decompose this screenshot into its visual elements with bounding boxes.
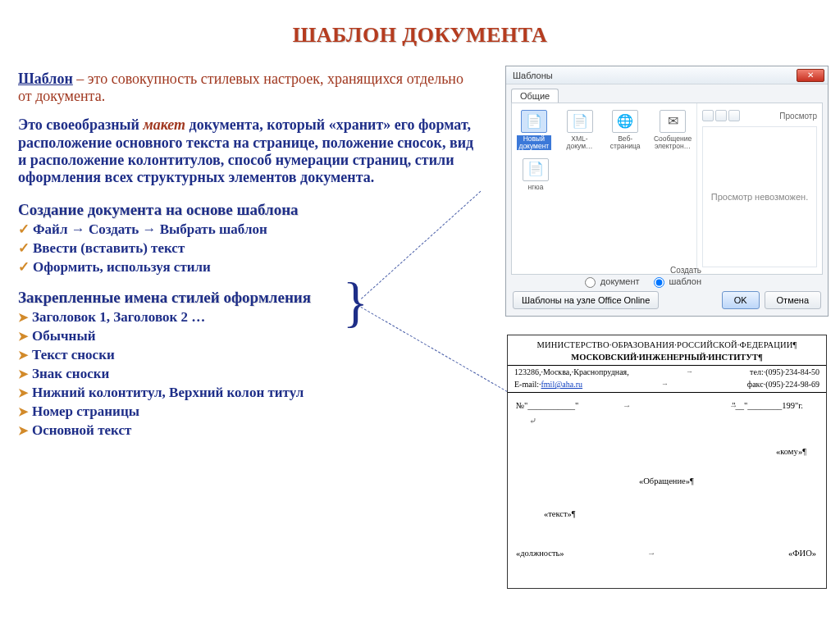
view-buttons[interactable] <box>702 110 740 121</box>
page-title: ШАБЛОН ДОКУМЕНТА <box>0 23 840 48</box>
dialog-titlebar[interactable]: Шаблоны ✕ <box>506 66 828 84</box>
sample-header2: МОСКОВСКИЙ·ИНЖЕНЕРНЫЙ·ИНСТИТУТ¶ <box>508 351 826 366</box>
curly-brace-icon: } <box>343 271 368 335</box>
ok-button[interactable]: OK <box>722 291 760 309</box>
template-item-new-doc[interactable]: 📄 Новый документ <box>517 110 551 150</box>
dialog-title: Шаблоны <box>513 71 797 80</box>
tab-general[interactable]: Общие <box>511 89 559 103</box>
term: Шаблон <box>18 71 73 87</box>
template-item-web[interactable]: 🌐 Веб-страница <box>608 110 642 150</box>
subhead-creating: Создание документа на основе шаблона <box>18 201 477 219</box>
create-label: Создать <box>670 266 701 275</box>
definition-paragraph: Шаблон – это совокупность стилевых настр… <box>18 71 477 105</box>
templates-dialog: Шаблоны ✕ Общие 📄 Новый документ 📄 XML-д… <box>505 66 829 317</box>
radio-document[interactable]: документ <box>581 275 640 288</box>
steps-list: ✓Файл → Создать → Выбрать шаблон ✓Ввести… <box>18 221 477 277</box>
template-item-ngua[interactable]: 📄 нгюа <box>517 158 555 191</box>
preview-area: Просмотр невозможен. <box>702 126 817 267</box>
subhead-styles: Закрепленные имена стилей оформления <box>18 289 477 307</box>
radio-template[interactable]: шаблон <box>650 275 701 288</box>
sample-header1: МИНИСТЕРСТВО·ОБРАЗОВАНИЯ·РОССИЙСКОЙ·ФЕДЕ… <box>508 335 826 351</box>
office-online-button[interactable]: Шаблоны на узле Office Online <box>513 291 659 309</box>
templates-grid: 📄 Новый документ 📄 XML-докум… 🌐 Веб-стра… <box>512 103 697 274</box>
template-item-message[interactable]: ✉ Сообщение электрон… <box>654 110 692 150</box>
sample-document: МИНИСТЕРСТВО·ОБРАЗОВАНИЯ·РОССИЙСКОЙ·ФЕДЕ… <box>507 335 827 589</box>
template-item-xml[interactable]: 📄 XML-докум… <box>563 110 597 150</box>
preview-label: Просмотр <box>779 112 817 121</box>
description-paragraph: Это своеобразный макет документа, которы… <box>18 116 477 186</box>
main-text-column: Шаблон – это совокупность стилевых настр… <box>18 71 477 452</box>
close-button[interactable]: ✕ <box>797 69 824 82</box>
styles-list: ➤Заголовок 1, Заголовок 2 … ➤Обычный ➤Те… <box>18 308 477 440</box>
cancel-button[interactable]: Отмена <box>765 291 821 309</box>
